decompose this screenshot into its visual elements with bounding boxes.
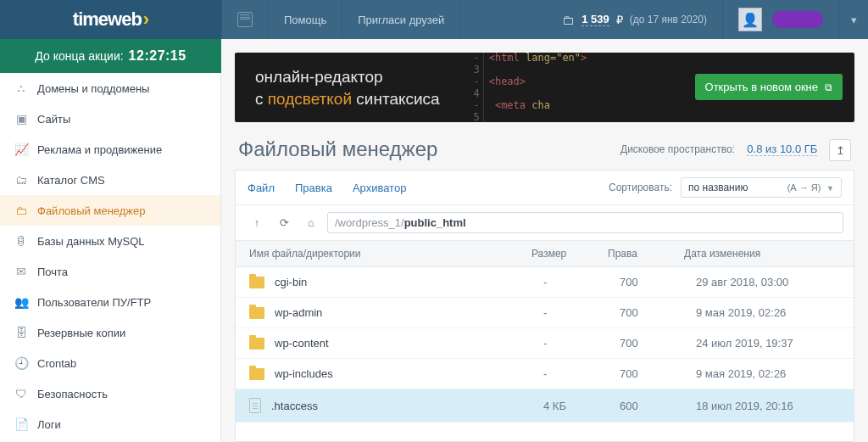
file-perm: 600 [620, 400, 696, 412]
username-pill [772, 11, 823, 28]
sidebar-item-label: Пользователи ПУ/FTP [37, 296, 151, 309]
sidebar-item-label: Почта [37, 266, 68, 278]
file-list[interactable]: cgi-bin-70029 авг 2018, 03:00wp-admin-70… [236, 267, 854, 441]
file-size: - [543, 306, 620, 319]
menu-file[interactable]: Файл [248, 182, 275, 194]
wallet-icon: 🗀 [562, 13, 575, 27]
external-link-icon: ⧉ [825, 81, 832, 93]
open-new-window-button[interactable]: Открыть в новом окне ⧉ [695, 74, 843, 100]
news-icon-button[interactable] [222, 0, 268, 39]
sidebar-item[interactable]: ▣Сайты [0, 104, 220, 134]
topbar: timeweb› Помощь Пригласи друзей 🗀 1 539 … [0, 0, 868, 39]
nav-invite[interactable]: Пригласи друзей [342, 0, 459, 39]
sidebar-item[interactable]: 🛢Базы данных MySQL [0, 226, 220, 256]
menu-edit[interactable]: Правка [295, 182, 332, 194]
file-name: wp-content [275, 337, 329, 350]
sidebar-item-icon: 🛢 [14, 234, 29, 248]
sidebar-item-icon: 🕘 [14, 356, 29, 370]
file-date: 9 мая 2019, 02:26 [696, 367, 840, 380]
sidebar-item-label: Реклама и продвижение [37, 143, 162, 156]
file-perm: 700 [620, 306, 696, 319]
file-icon [249, 398, 261, 413]
sidebar-item[interactable]: 🗂Каталог CMS [0, 165, 220, 195]
newspaper-icon [237, 12, 253, 27]
sidebar: ⛬Домены и поддомены▣Сайты📈Реклама и прод… [0, 73, 221, 442]
sidebar-item[interactable]: 📈Реклама и продвижение [0, 134, 220, 165]
file-size: - [543, 337, 620, 350]
countdown-banner[interactable]: До конца акции: 12:27:15 [0, 39, 221, 73]
column-perm[interactable]: Права [608, 248, 684, 260]
disk-space-label: Дисковое пространство: [620, 143, 735, 155]
column-size[interactable]: Размер [531, 248, 608, 260]
home-icon: ⌂ [308, 216, 314, 229]
folder-icon [249, 368, 264, 380]
sidebar-item[interactable]: ⛬Домены и поддомены [0, 73, 220, 104]
file-perm: 700 [620, 337, 696, 350]
nav-help[interactable]: Помощь [269, 0, 342, 39]
file-size: - [543, 276, 620, 288]
sidebar-item-icon: 🗂 [14, 173, 29, 187]
sidebar-item-label: Файловый менеджер [37, 204, 146, 217]
sidebar-item-label: Безопасность [37, 388, 108, 400]
disk-space-value[interactable]: 0.8 из 10.0 ГБ [747, 143, 817, 156]
user-menu-dropdown[interactable]: ▾ [839, 0, 868, 39]
folder-icon [249, 338, 264, 350]
sidebar-item-label: Базы данных MySQL [37, 235, 145, 248]
sidebar-item[interactable]: 📄Логи [0, 409, 220, 439]
sidebar-item-icon: 👥 [14, 295, 29, 309]
sidebar-item[interactable]: 🛡Безопасность [0, 378, 220, 409]
file-manager-panel: Файл Правка Архиватор Сортировать: по на… [235, 170, 854, 442]
file-name: wp-admin [275, 306, 322, 319]
chevron-down-icon: ▼ [826, 184, 834, 193]
menu-archiver[interactable]: Архиватор [353, 182, 407, 194]
table-row[interactable]: wp-admin-7009 мая 2019, 02:26 [236, 298, 854, 328]
upload-icon: ↥ [836, 144, 845, 157]
sidebar-item-label: Каталог CMS [37, 174, 105, 187]
promo-banner: онлайн-редактор с подсветкой синтаксиса … [235, 53, 854, 122]
path-up-button[interactable]: ↑ [246, 213, 268, 233]
sidebar-item-icon: ⛬ [14, 81, 29, 95]
file-perm: 700 [620, 367, 696, 380]
sidebar-item-icon: 🗀 [14, 204, 29, 217]
file-date: 9 мая 2019, 02:26 [696, 306, 840, 319]
table-row[interactable]: .htaccess4 КБ60018 июл 2019, 20:16 [236, 389, 854, 422]
file-date: 24 июл 2019, 19:37 [696, 337, 840, 350]
path-refresh-button[interactable]: ⟳ [273, 213, 295, 233]
file-name: .htaccess [271, 400, 318, 412]
logo[interactable]: timeweb› [0, 0, 221, 39]
path-input[interactable]: /wordpress_1/public_html [327, 212, 843, 233]
table-row[interactable]: wp-includes-7009 мая 2019, 02:26 [236, 359, 854, 389]
table-row[interactable]: wp-content-70024 июл 2019, 19:37 [236, 328, 854, 359]
sidebar-item[interactable]: 👥Пользователи ПУ/FTP [0, 287, 220, 317]
sidebar-item[interactable]: 🗀Файловый менеджер [0, 195, 220, 226]
sidebar-item-icon: 📄 [14, 417, 29, 431]
sidebar-item[interactable]: 🕘Crontab [0, 348, 220, 378]
folder-icon [249, 277, 264, 288]
promo-button-label: Открыть в новом окне [705, 81, 818, 93]
user-area[interactable]: 👤 [723, 8, 838, 31]
file-date: 18 июл 2019, 20:16 [696, 400, 840, 412]
column-date[interactable]: Дата изменения [684, 248, 828, 260]
page-title: Файловый менеджер [238, 137, 437, 161]
file-size: - [543, 367, 620, 380]
path-home-button[interactable]: ⌂ [300, 213, 322, 233]
sort-select[interactable]: по названию (А → Я) ▼ [681, 177, 842, 198]
file-date: 29 авг 2018, 03:00 [696, 276, 840, 288]
table-row[interactable]: cgi-bin-70029 авг 2018, 03:00 [236, 267, 854, 298]
arrow-up-icon: ↑ [254, 216, 260, 229]
balance[interactable]: 🗀 1 539 ₽ (до 17 янв 2020) [547, 0, 722, 39]
sidebar-item-label: Логи [37, 418, 61, 431]
promo-text: онлайн-редактор с подсветкой синтаксиса [235, 53, 460, 122]
sidebar-item[interactable]: ✉Почта [0, 256, 220, 287]
countdown-time: 12:27:15 [129, 48, 186, 64]
logo-text: timeweb [73, 8, 142, 30]
countdown-label: До конца акции: [35, 49, 123, 63]
sidebar-item-icon: 🛡 [14, 387, 29, 400]
sidebar-item-icon: ▣ [14, 112, 29, 126]
balance-currency: ₽ [616, 14, 623, 26]
column-name[interactable]: Имя файла/директории [249, 248, 531, 260]
file-perm: 700 [620, 276, 696, 288]
sidebar-item[interactable]: 🗄Резервные копии [0, 317, 220, 348]
sidebar-item-label: Резервные копии [37, 327, 125, 339]
upload-button[interactable]: ↥ [829, 139, 851, 161]
